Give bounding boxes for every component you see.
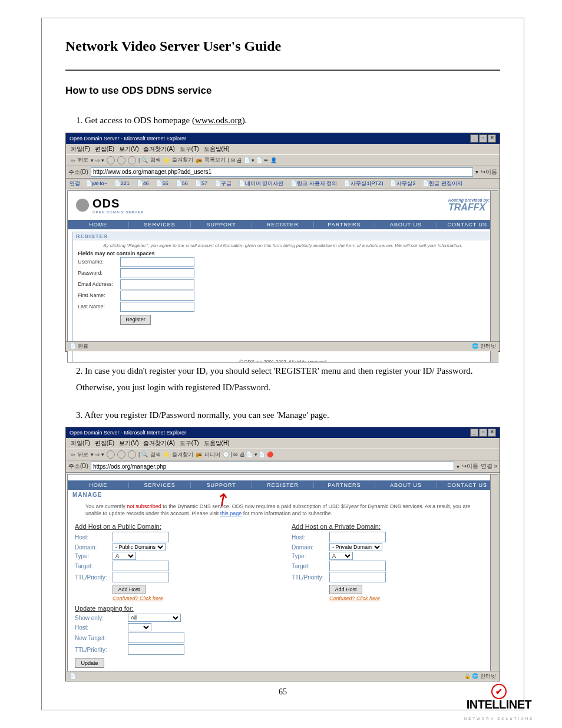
lastname-field[interactable] xyxy=(120,302,194,312)
priv-add-host-button[interactable]: Add Host xyxy=(329,585,362,594)
window-titlebar: Open Domain Server - Microsoft Internet … xyxy=(66,427,500,438)
conn-link[interactable]: 연결 » xyxy=(481,462,497,470)
priv-type-select[interactable]: A xyxy=(329,552,353,560)
ods-url: www.ods.org xyxy=(195,116,242,125)
screenshot-manage: Open Domain Server - Microsoft Internet … xyxy=(65,427,500,681)
status-bar: 📄 🔒 🌐 인터넷 xyxy=(66,671,500,681)
update-button[interactable]: Update xyxy=(75,658,104,668)
ie-toolbar[interactable]: ⇦ 뒤로 ▾ ⇨ ▾ | 🔍검색 ⭐즐겨찾기 📻목록보기 | ✉ 🖨 📄 ▾ 📄… xyxy=(66,154,500,166)
go-button[interactable]: ↪이동 xyxy=(481,168,497,176)
doc-title: Network Video Server User's Guide xyxy=(65,38,500,54)
divider xyxy=(65,70,500,71)
pub-type-select[interactable]: A xyxy=(113,552,136,560)
username-field[interactable] xyxy=(120,257,194,267)
window-buttons[interactable]: _▫✕ xyxy=(470,429,496,437)
check-icon: ✔ xyxy=(491,684,507,699)
update-host-select[interactable] xyxy=(128,623,151,631)
address-input[interactable] xyxy=(91,462,454,471)
update-heading: Update mapping for: xyxy=(68,604,498,613)
stop-icon[interactable] xyxy=(107,450,115,459)
menu-bar[interactable]: 파일(F)편집(E)보기(V)즐겨찾기(A)도구(T)도움말(H) xyxy=(66,438,500,449)
priv-confused-link[interactable]: Confused? Click here xyxy=(329,595,491,601)
step-3: 3. After you register ID/Password normal… xyxy=(76,407,500,424)
page-viewport: HOMESERVICESSUPPORTREGISTERPARTNERSABOUT… xyxy=(67,474,498,676)
ods-nav[interactable]: HOMESERVICESSUPPORTREGISTERPARTNERSABOUT… xyxy=(68,480,498,490)
register-button[interactable]: Register xyxy=(120,315,151,325)
address-input[interactable] xyxy=(91,167,473,177)
update-ttl-field[interactable] xyxy=(128,644,184,655)
update-show-select[interactable]: All xyxy=(128,614,181,622)
priv-domain-select[interactable]: - Private Domains - xyxy=(329,543,382,551)
register-disclaimer: By clicking "Register", you agree to the… xyxy=(73,241,492,251)
pub-target-field[interactable] xyxy=(113,561,169,571)
step-1: 1. Get access to ODS homepage (www.ods.o… xyxy=(76,112,500,129)
ods-logo: ODS xyxy=(92,197,120,210)
page-viewport: ODSOPEN DOMAIN SERVER Hosting provided b… xyxy=(67,190,498,363)
pub-ttl-field[interactable] xyxy=(113,572,169,582)
pub-host-field[interactable] xyxy=(113,532,169,542)
page-number: 65 xyxy=(42,687,524,697)
manage-heading: MANAGE xyxy=(68,490,498,500)
brand-logo: ✔ INTELLINET NETWORK SOLUTIONS xyxy=(464,684,534,722)
password-field[interactable] xyxy=(120,268,194,278)
window-buttons[interactable]: _▫✕ xyxy=(470,134,496,143)
copyright: © ODS.org 2001-2003, All rights reserved xyxy=(73,359,492,363)
window-titlebar: Open Domain Server - Microsoft Internet … xyxy=(66,133,500,144)
ie-toolbar[interactable]: ⇦ 뒤로 ▾ ⇨ ▾ | 🔍검색 ⭐즐겨찾기 📻미디어 🕓 | ✉ 🖨 📄 ▾ … xyxy=(66,449,500,460)
status-bar: 📄 완료 🌐 인터넷 xyxy=(66,341,500,351)
screenshot-register: Open Domain Server - Microsoft Internet … xyxy=(65,133,500,352)
field-note: Fields may not contain spaces xyxy=(73,251,492,256)
ods-nav[interactable]: HOMESERVICESSUPPORTREGISTERPARTNERSABOUT… xyxy=(68,220,498,229)
go-button[interactable]: ↪이동 xyxy=(462,462,478,470)
firstname-field[interactable] xyxy=(120,291,194,301)
public-domain-column: Add Host on a Public Domain: Host: Domai… xyxy=(75,523,274,601)
priv-host-field[interactable] xyxy=(329,532,386,542)
subscription-notice: You are currently not subscribed to the … xyxy=(68,500,498,521)
step-2: 2. In case you didn't register your ID, … xyxy=(76,363,500,396)
stop-icon[interactable] xyxy=(107,156,115,164)
private-domain-column: Add Host on a Private Domain: Host: Doma… xyxy=(292,523,491,601)
ods-gear-icon xyxy=(76,199,89,212)
priv-ttl-field[interactable] xyxy=(329,572,386,582)
scrollbar[interactable] xyxy=(490,475,498,675)
address-bar: 주소(D) ▾↪이동 연결 » xyxy=(66,460,500,473)
email-field[interactable] xyxy=(120,279,194,289)
refresh-icon[interactable] xyxy=(117,450,125,459)
refresh-icon[interactable] xyxy=(117,156,125,164)
home-icon[interactable] xyxy=(128,156,136,164)
register-heading: REGISTER xyxy=(73,232,492,241)
home-icon[interactable] xyxy=(128,450,136,459)
pub-domain-select[interactable]: - Public Domains - xyxy=(113,543,166,551)
pub-add-host-button[interactable]: Add Host xyxy=(113,585,146,594)
new-target-field[interactable] xyxy=(128,633,184,643)
links-bar[interactable]: 연결 📄yaHo~📄221📄46📄55📄56📄57📄구글📄네이버 영어사전📄링크… xyxy=(66,179,500,189)
section-heading: How to use ODS DDNS service xyxy=(65,85,500,97)
pub-confused-link[interactable]: Confused? Click here xyxy=(113,595,274,601)
priv-target-field[interactable] xyxy=(329,561,386,571)
menu-bar[interactable]: 파일(F)편집(E)보기(V)즐겨찾기(A)도구(T)도움말(H) xyxy=(66,144,500,154)
address-bar: 주소(D) ▾↪이동 xyxy=(66,166,500,179)
traffx-logo: Hosting provided by:TRAFFX xyxy=(448,198,490,213)
scrollbar[interactable] xyxy=(490,191,498,362)
